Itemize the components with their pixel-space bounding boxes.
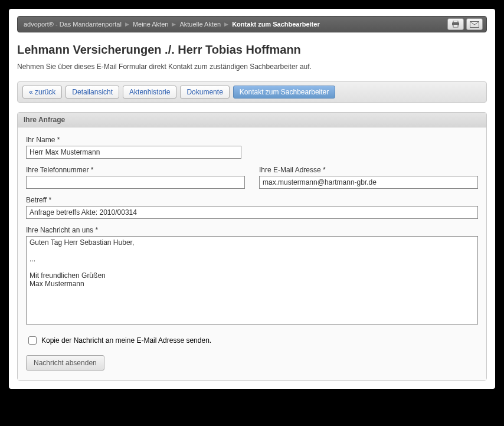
name-input[interactable] [26,146,241,159]
name-label: Ihr Name * [26,136,241,144]
mail-button[interactable] [466,18,483,30]
chevron-right-icon: ▶ [172,21,176,27]
request-panel: Ihre Anfrage Ihr Name * Ihre Telefonnumm… [17,112,487,381]
tab-documents[interactable]: Dokumente [180,86,229,99]
panel-header: Ihre Anfrage [18,113,486,127]
panel-body: Ihr Name * Ihre Telefonnummer * Ihre E-M… [18,127,486,380]
chevron-right-icon: ▶ [125,21,129,27]
crumb-meine-akten[interactable]: Meine Akten [133,21,169,28]
crumb-home[interactable]: advoport® - Das Mandantenportal [24,21,122,28]
email-input[interactable] [259,176,478,189]
field-message: Ihre Nachricht an uns * [26,226,478,325]
message-label: Ihre Nachricht an uns * [26,226,478,234]
app-window: advoport® - Das Mandantenportal ▶ Meine … [9,9,495,389]
print-icon [451,21,460,28]
field-email: Ihre E-Mail Adresse * [259,166,478,189]
svg-rect-2 [453,25,458,27]
subject-label: Betreff * [26,196,478,204]
page-title: Lehmann Versicherungen ./. Herr Tobias H… [17,43,487,57]
tab-contact[interactable]: Kontakt zum Sachbearbeiter [233,86,335,99]
crumb-current: Kontakt zum Sachbearbeiter [232,21,320,28]
page-subtitle: Nehmen Sie über dieses E-Mail Formular d… [17,63,487,71]
svg-rect-0 [453,21,458,22]
phone-input[interactable] [26,176,245,189]
back-button[interactable]: « zurück [22,86,62,99]
tab-detail[interactable]: Detailansicht [66,86,119,99]
copy-checkbox[interactable] [28,336,37,345]
breadcrumb: advoport® - Das Mandantenportal ▶ Meine … [24,21,447,28]
email-label: Ihre E-Mail Adresse * [259,166,478,174]
tab-history[interactable]: Aktenhistorie [123,86,176,99]
crumb-aktuelle-akten[interactable]: Aktuelle Akten [179,21,221,28]
copy-label: Kopie der Nachricht an meine E-Mail Adre… [41,336,211,345]
phone-label: Ihre Telefonnummer * [26,166,245,174]
copy-checkbox-row: Kopie der Nachricht an meine E-Mail Adre… [28,336,478,345]
field-phone: Ihre Telefonnummer * [26,166,245,189]
submit-button[interactable]: Nachricht absenden [26,355,104,371]
field-name: Ihr Name * [26,136,241,159]
mail-icon [470,21,479,28]
field-subject: Betreff * [26,196,478,219]
topbar-buttons [447,18,483,30]
chevron-right-icon: ▶ [224,21,228,27]
tabbar: « zurück Detailansicht Aktenhistorie Dok… [17,81,487,103]
topbar: advoport® - Das Mandantenportal ▶ Meine … [17,16,487,32]
print-button[interactable] [447,18,464,30]
message-textarea[interactable] [26,236,478,325]
subject-input[interactable] [26,206,478,219]
